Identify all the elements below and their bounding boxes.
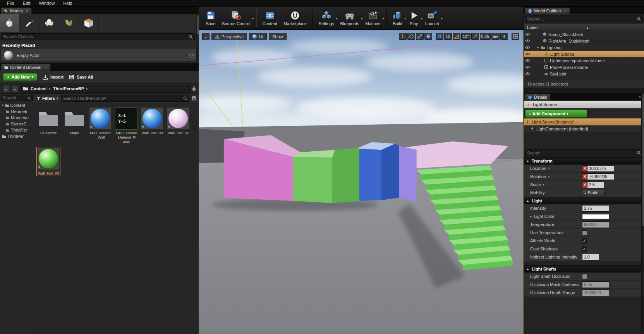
rotation-snap-toggle[interactable]: [453, 33, 460, 40]
rotation-snap-value[interactable]: 10°: [461, 33, 471, 40]
visibility-eye-icon[interactable]: [524, 39, 531, 43]
outliner-search-input[interactable]: [527, 17, 635, 21]
light-section-header[interactable]: Light: [524, 197, 644, 204]
settings-button[interactable]: Settings: [316, 9, 337, 27]
tree-item-mannequin[interactable]: Mannequ: [1, 115, 33, 121]
sources-search-input[interactable]: [3, 96, 26, 100]
menu-window[interactable]: Window: [35, 1, 58, 5]
scale-x-field[interactable]: 2.5: [587, 182, 604, 188]
add-component-button[interactable]: Add Component: [525, 110, 587, 118]
temperature-field[interactable]: 6500.0: [582, 221, 609, 228]
affects-world-checkbox[interactable]: [582, 238, 587, 243]
viewport-options-button[interactable]: [202, 33, 210, 40]
chevron-down-icon[interactable]: [383, 17, 384, 21]
chevron-down-icon[interactable]: [543, 183, 545, 187]
tree-item-startercontent[interactable]: StarterC: [1, 121, 33, 127]
source-control-button[interactable]: Source Control: [219, 9, 253, 27]
chevron-down-icon[interactable]: [252, 17, 254, 21]
light-color-swatch[interactable]: [582, 214, 609, 219]
selected-object-name-field[interactable]: Light Source: [524, 101, 644, 108]
outliner-label-header[interactable]: Label: [524, 24, 644, 31]
outliner-row-light-source[interactable]: Light Source: [524, 51, 644, 57]
save-search-icon[interactable]: [192, 96, 196, 101]
occlusion-depth-range-field[interactable]: 100000.0: [582, 289, 609, 296]
location-x-field[interactable]: 100.0 cm: [587, 165, 614, 172]
light-shafts-section-header[interactable]: Light Shafts: [524, 265, 644, 272]
expand-arrow-icon[interactable]: [537, 46, 539, 50]
asset-tile-wall-inst-03[interactable]: Wall_Inst_03: [36, 147, 60, 176]
breadcrumb-thirdpersonbp[interactable]: ThirdPersonBP: [53, 86, 84, 91]
expand-arrow-icon[interactable]: [530, 214, 532, 218]
show-button[interactable]: Show: [269, 33, 287, 40]
chevron-down-icon[interactable]: [441, 17, 443, 21]
content-button[interactable]: Content: [259, 9, 280, 27]
scale-snap-toggle[interactable]: [471, 33, 479, 40]
visibility-eye-icon[interactable]: [524, 59, 531, 62]
scale-tool-button[interactable]: [416, 33, 424, 40]
visibility-eye-icon[interactable]: [524, 65, 531, 69]
mode-geometry-button[interactable]: [79, 14, 99, 32]
indirect-lighting-intensity-field[interactable]: 1.0: [582, 254, 599, 260]
rotation-x-field[interactable]: -6.482239: [587, 173, 614, 180]
occlusion-mask-darkness-field[interactable]: 0.05: [582, 281, 609, 288]
asset-tile-wall-inst-02[interactable]: Wall_Inst_02: [166, 106, 190, 144]
mode-foliage-button[interactable]: [59, 14, 79, 32]
details-search-input[interactable]: [527, 151, 635, 155]
asset-tile-blueprints[interactable]: Blueprints: [36, 106, 60, 144]
asset-tile-mat-master-wall[interactable]: MAT_Master_Wall: [88, 106, 112, 144]
forward-button[interactable]: [11, 85, 18, 92]
matinee-button[interactable]: Matinee: [362, 9, 384, 27]
outliner-row-rightarm-staticmesh[interactable]: RightArm_StaticMesh: [524, 38, 644, 44]
grid-snap-value[interactable]: 10: [444, 33, 452, 40]
tab-content-browser[interactable]: Content Browser: [1, 64, 51, 71]
rotate-tool-button[interactable]: [407, 33, 415, 40]
close-icon[interactable]: [26, 9, 28, 13]
launch-button[interactable]: Launch: [422, 9, 442, 27]
mode-place-button[interactable]: [0, 14, 20, 32]
play-button[interactable]: Play: [406, 9, 422, 27]
perspective-button[interactable]: Perspective: [211, 33, 247, 40]
menu-edit[interactable]: Edit: [19, 1, 34, 5]
translate-tool-button[interactable]: [399, 33, 407, 40]
help-circle-icon[interactable]: [189, 53, 195, 58]
close-icon[interactable]: [564, 9, 567, 13]
viewport-3d-scene[interactable]: [199, 30, 523, 334]
save-button[interactable]: Save: [203, 9, 219, 27]
outliner-row-ramp-staticmesh[interactable]: Ramp_StaticMesh: [524, 31, 644, 38]
lit-mode-button[interactable]: Lit: [249, 33, 267, 40]
tree-item-geometry[interactable]: Geometr: [1, 108, 33, 115]
maximize-viewport-button[interactable]: [512, 33, 519, 40]
lock-icon[interactable]: [192, 86, 196, 91]
build-button[interactable]: Build: [390, 9, 406, 27]
blueprints-button[interactable]: Blueprints: [337, 9, 362, 27]
tab-world-outliner[interactable]: World Outliner: [525, 7, 570, 14]
visibility-eye-icon[interactable]: [524, 46, 531, 49]
asset-tile-mpc-global-material-prams[interactable]: X=1 Y=5 MPC_Global_Material_Prams: [114, 106, 138, 144]
tree-item-thirdpersonbp[interactable]: ThirdPer: [1, 133, 33, 139]
asset-tile-maps[interactable]: Maps: [62, 106, 86, 144]
filters-button[interactable]: Filters: [36, 96, 58, 101]
world-local-toggle-button[interactable]: [424, 33, 432, 40]
menu-help[interactable]: Help: [59, 1, 76, 5]
save-all-button[interactable]: Save All: [69, 74, 93, 80]
import-button[interactable]: Import: [43, 74, 64, 80]
close-icon[interactable]: [639, 95, 641, 99]
empty-actor-item[interactable]: Empty Actor: [0, 49, 198, 62]
scale-snap-value[interactable]: 0.25: [480, 33, 491, 40]
chevron-down-icon[interactable]: [548, 175, 550, 178]
cb-search-input[interactable]: [63, 96, 182, 101]
camera-speed-button[interactable]: [491, 33, 500, 40]
asset-tile-wall-inst-00[interactable]: Wall_Inst_00: [140, 106, 164, 144]
light-source-instance-row[interactable]: Light Source(Instance): [524, 118, 644, 125]
marketplace-button[interactable]: Marketplace: [280, 9, 310, 27]
visibility-eye-icon[interactable]: [524, 72, 531, 75]
search-classes-input[interactable]: [3, 34, 187, 39]
light-shaft-occlusion-checkbox[interactable]: [582, 274, 587, 279]
details-scrollbar[interactable]: [641, 93, 644, 334]
transform-section-header[interactable]: Transform: [524, 157, 644, 164]
outliner-row-postprocess-volume[interactable]: PostProcessVolume: [524, 64, 644, 70]
tree-item-content[interactable]: Content: [1, 102, 33, 108]
outliner-row-lightmass-importance-volume[interactable]: LightmassImportanceVolume: [524, 57, 644, 64]
use-temperature-checkbox[interactable]: [582, 230, 587, 235]
visibility-eye-icon[interactable]: [524, 52, 531, 56]
